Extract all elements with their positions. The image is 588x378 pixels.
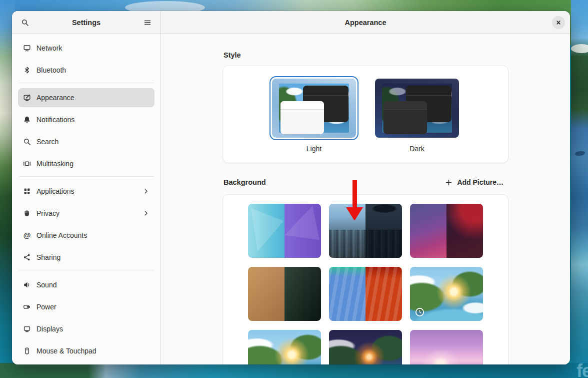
chevron-right-icon <box>142 188 150 195</box>
sidebar-list: Network Bluetooth Appearance Notific <box>12 34 160 364</box>
background-section-header: Background Add Picture… <box>224 176 508 188</box>
wallpaper-thumbnail-island-dark[interactable] <box>329 330 402 364</box>
speaker-icon <box>23 281 31 289</box>
wallpaper-thumbnail-island-light[interactable] <box>248 330 321 364</box>
sidebar-item-bluetooth[interactable]: Bluetooth <box>18 61 154 80</box>
main-menu-button[interactable] <box>140 15 156 31</box>
sidebar-item-label: Notifications <box>36 116 74 124</box>
settings-window: Settings Network Bluetooth <box>12 11 570 364</box>
clock-badge-icon <box>415 307 424 317</box>
appearance-icon <box>23 94 31 102</box>
sidebar-item-label: Displays <box>36 325 63 333</box>
wallpaper-thumbnail-island-timed[interactable] <box>410 267 483 321</box>
preview-window-header <box>280 101 324 110</box>
background-card <box>222 194 508 364</box>
selection-ring <box>270 76 358 140</box>
sidebar-item-label: Network <box>36 44 62 52</box>
sidebar-item-network[interactable]: Network <box>18 39 154 58</box>
desktop-right-hills <box>571 0 588 378</box>
wallpaper-grid <box>248 204 483 364</box>
plus-icon <box>444 178 452 186</box>
multitasking-icon <box>23 160 31 168</box>
sidebar-item-notifications[interactable]: Notifications <box>18 110 154 129</box>
style-option-light[interactable]: Light <box>270 76 358 153</box>
sidebar-item-label: Search <box>36 138 58 146</box>
add-picture-button[interactable]: Add Picture… <box>440 176 508 188</box>
sidebar-item-label: Power <box>36 303 56 311</box>
style-option-label: Dark <box>410 145 424 153</box>
desktop-cloud <box>571 44 588 53</box>
style-option-dark[interactable]: Dark <box>372 76 462 153</box>
dark-style-preview <box>375 79 459 138</box>
sidebar-item-label: Appearance <box>36 94 74 102</box>
selection-ring <box>372 76 462 140</box>
sidebar-item-label: Bluetooth <box>36 66 66 74</box>
preview-window-header <box>384 101 427 110</box>
wallpaper-thumbnail-triangles[interactable] <box>248 204 321 258</box>
hamburger-menu-icon <box>144 19 152 27</box>
sidebar-item-sharing[interactable]: Sharing <box>18 248 154 267</box>
applications-grid-icon <box>23 187 31 195</box>
bluetooth-icon <box>23 66 31 74</box>
wallpaper-thumbnail-sunset[interactable] <box>410 330 483 364</box>
page-title: Appearance <box>344 19 386 27</box>
sidebar: Settings Network Bluetooth <box>12 11 161 364</box>
sidebar-item-privacy[interactable]: Privacy <box>18 204 154 223</box>
sidebar-item-label: Mouse & Touchpad <box>36 347 96 355</box>
sidebar-separator <box>19 176 154 177</box>
search-icon <box>21 19 29 27</box>
chevron-right-icon <box>142 210 150 217</box>
close-window-button[interactable] <box>552 16 565 29</box>
close-icon <box>554 19 562 27</box>
sidebar-item-search[interactable]: Search <box>18 132 154 151</box>
sidebar-item-displays[interactable]: Displays <box>18 319 154 338</box>
sidebar-item-label: Privacy <box>36 209 60 217</box>
wallpaper-thumbnail-drips[interactable] <box>329 267 402 321</box>
style-card: Light Dark <box>222 65 508 163</box>
wallpaper-thumbnail-waves[interactable] <box>410 204 483 258</box>
sidebar-item-label: Sharing <box>36 253 60 261</box>
search-button[interactable] <box>17 15 33 31</box>
preview-window-front <box>280 101 324 134</box>
background-section-title: Background <box>224 178 266 186</box>
sidebar-item-appearance[interactable]: Appearance <box>18 88 154 107</box>
sidebar-item-label: Sound <box>36 281 56 289</box>
hand-icon <box>23 209 31 217</box>
sidebar-separator <box>19 83 154 83</box>
search-icon <box>23 138 31 146</box>
sidebar-item-multitasking[interactable]: Multitasking <box>18 154 154 173</box>
sidebar-item-applications[interactable]: Applications <box>18 182 154 201</box>
sidebar-headerbar: Settings <box>12 11 160 34</box>
sidebar-title: Settings <box>33 19 140 27</box>
battery-icon <box>23 303 31 311</box>
add-picture-label: Add Picture… <box>457 178 504 186</box>
appearance-panel: Appearance Style <box>161 11 570 364</box>
sidebar-item-sound[interactable]: Sound <box>18 275 154 294</box>
light-style-preview <box>272 79 356 138</box>
share-icon <box>23 253 31 261</box>
display-icon <box>23 325 31 333</box>
network-icon <box>23 44 31 52</box>
style-section-title: Style <box>224 51 508 59</box>
wallpaper-thumbnail-city[interactable] <box>329 204 402 258</box>
sidebar-item-online-accounts[interactable]: @ Online Accounts <box>18 226 154 245</box>
sidebar-separator <box>19 270 154 270</box>
sidebar-item-mouse-touchpad[interactable]: Mouse & Touchpad <box>18 341 154 360</box>
preview-window-front <box>384 101 427 134</box>
style-option-label: Light <box>306 145 322 153</box>
sidebar-item-label: Online Accounts <box>36 231 87 239</box>
bell-icon <box>23 116 31 124</box>
sidebar-item-label: Applications <box>36 187 74 195</box>
at-icon: @ <box>23 231 31 239</box>
panel-headerbar: Appearance <box>161 11 570 34</box>
panel-content: Style Light <box>161 34 570 364</box>
mouse-icon <box>23 347 31 355</box>
fedora-watermark: fe <box>576 360 588 378</box>
sidebar-item-label: Multitasking <box>36 160 74 168</box>
sidebar-item-power[interactable]: Power <box>18 297 154 316</box>
desktop-water <box>0 363 588 378</box>
wallpaper-thumbnail-painted[interactable] <box>248 267 321 321</box>
